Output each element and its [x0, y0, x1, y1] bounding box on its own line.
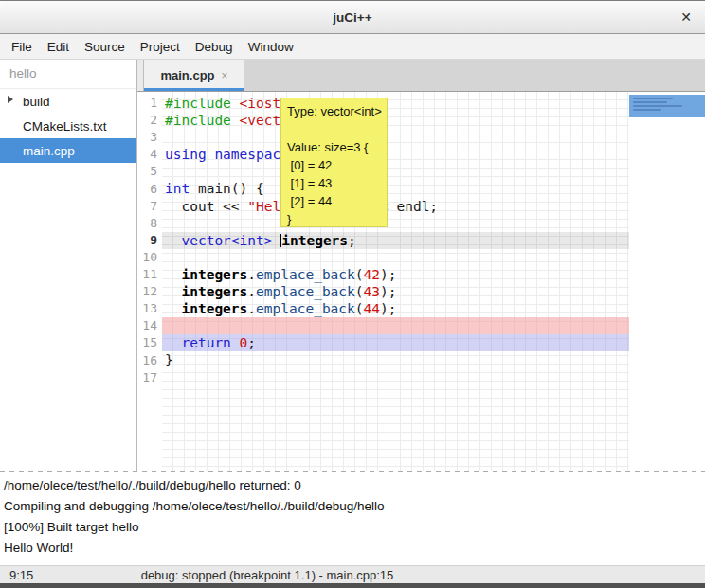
minimap-line [633, 109, 661, 111]
active-tab-indicator [144, 88, 244, 91]
code-line-3 [162, 129, 629, 146]
line-number[interactable]: 10 [137, 249, 157, 266]
editor-column: main.cpp × 1234567891011121314151617 #in… [137, 60, 705, 471]
minimap-line [633, 98, 673, 99]
code-line-5 [162, 163, 629, 180]
code-line-1: #include <iostream> [162, 95, 629, 112]
line-number[interactable]: 3 [137, 129, 157, 146]
sidebar-item-build[interactable]: build [0, 89, 136, 114]
tooltip-text-line: [0] = 42 [287, 156, 381, 174]
minimap-code-preview[interactable] [629, 95, 705, 117]
file-tree-sidebar: hello buildCMakeLists.txtmain.cpp [0, 60, 137, 471]
code-line-8 [162, 215, 629, 232]
line-number[interactable]: 11 [137, 266, 157, 283]
expander-arrow-icon[interactable] [8, 96, 13, 103]
line-number[interactable]: 5 [137, 163, 157, 180]
line-number[interactable]: 13 [137, 300, 157, 317]
line-number[interactable]: 4 [137, 146, 157, 163]
tooltip-text-line [287, 120, 381, 138]
tooltip-text-line: Type: vector<int> [287, 102, 381, 120]
title-bar: juCi++ ✕ [0, 1, 705, 34]
line-number[interactable]: 6 [137, 181, 157, 198]
menu-bar: FileEditSourceProjectDebugWindow [0, 34, 705, 60]
sidebar-item-main-cpp[interactable]: main.cpp [0, 138, 136, 163]
menu-window[interactable]: Window [241, 36, 301, 58]
terminal-output-line: [100%] Built target hello [4, 517, 701, 538]
code-line-6: int main() { [162, 180, 629, 197]
code-line-2: #include <vector> [162, 112, 629, 129]
tooltip-text-line: } [287, 210, 381, 228]
code-line-16: } [162, 351, 629, 368]
tab-bar: main.cpp × [137, 60, 705, 92]
tab-bar-spacer [137, 60, 144, 91]
terminal-output-line: Compiling and debugging /home/olece/test… [4, 496, 701, 517]
line-number[interactable]: 16 [137, 352, 157, 369]
tab-close-icon[interactable]: × [222, 69, 228, 82]
tree-item-label: CMakeLists.txt [0, 119, 107, 134]
line-number[interactable]: 2 [137, 112, 157, 129]
minimap-line [633, 105, 682, 107]
line-number[interactable]: 7 [137, 198, 157, 215]
minimap-column[interactable] [629, 92, 705, 471]
menu-edit[interactable]: Edit [40, 36, 77, 58]
debug-value-tooltip: Type: vector<int> Value: size=3 { [0] = … [280, 98, 388, 227]
line-number[interactable]: 17 [137, 369, 157, 386]
code-text-layer: #include <iostream>#include <vector>usin… [162, 92, 629, 471]
close-icon[interactable]: ✕ [680, 9, 692, 26]
tooltip-text-line: Value: size=3 { [287, 138, 381, 156]
tab-main-cpp[interactable]: main.cpp × [144, 60, 244, 91]
code-line-4: using namespace std; [162, 146, 629, 163]
code-line-12: integers.emplace_back(43); [162, 283, 629, 300]
code-line-10 [162, 249, 629, 266]
debug-status-label: debug: stopped (breakpoint 1.1) - main.c… [0, 568, 534, 582]
code-line-17 [162, 369, 629, 386]
menu-file[interactable]: File [4, 36, 40, 58]
project-filter-input[interactable]: hello [0, 60, 136, 89]
line-number[interactable]: 9 [137, 232, 157, 249]
menu-project[interactable]: Project [133, 36, 188, 58]
code-line-11: integers.emplace_back(42); [162, 266, 629, 283]
code-line-9: vector<int> integers; [162, 232, 629, 249]
code-line-15: return 0; [162, 334, 629, 351]
app-window: juCi++ ✕ FileEditSourceProjectDebugWindo… [0, 0, 705, 588]
code-line-7: cout << "Hello World!" << endl; [162, 198, 629, 215]
line-number[interactable]: 8 [137, 215, 157, 232]
tooltip-text-line: [2] = 44 [287, 192, 381, 210]
code-editor[interactable]: 1234567891011121314151617 #include <iost… [137, 92, 705, 471]
status-bar: 9:15 debug: stopped (breakpoint 1.1) - m… [0, 565, 705, 583]
terminal-output-line: /home/olece/test/hello/./build/debug/hel… [4, 475, 701, 496]
line-number[interactable]: 1 [137, 95, 157, 112]
terminal-panel[interactable]: /home/olece/test/hello/./build/debug/hel… [0, 471, 705, 565]
line-number[interactable]: 12 [137, 283, 157, 300]
pane-splitter-handle[interactable] [0, 471, 705, 472]
tab-label: main.cpp [160, 68, 214, 82]
line-number[interactable]: 14 [137, 317, 157, 334]
minimap-line [633, 101, 667, 103]
window-title: juCi++ [333, 10, 371, 25]
window-bottom-edge [0, 583, 705, 588]
code-line-14 [162, 317, 629, 334]
file-tree: buildCMakeLists.txtmain.cpp [0, 89, 136, 163]
tree-item-label: main.cpp [0, 144, 75, 158]
main-area: hello buildCMakeLists.txtmain.cpp main.c… [0, 60, 705, 471]
menu-debug[interactable]: Debug [188, 36, 241, 58]
sidebar-item-cmakelists-txt[interactable]: CMakeLists.txt [0, 114, 136, 138]
line-number-gutter: 1234567891011121314151617 [137, 92, 162, 471]
code-line-13: integers.emplace_back(44); [162, 300, 629, 317]
menu-source[interactable]: Source [77, 36, 133, 58]
tooltip-text-line: [1] = 43 [287, 174, 381, 192]
terminal-output-line: Hello World! [4, 538, 701, 559]
line-number[interactable]: 15 [137, 334, 157, 351]
